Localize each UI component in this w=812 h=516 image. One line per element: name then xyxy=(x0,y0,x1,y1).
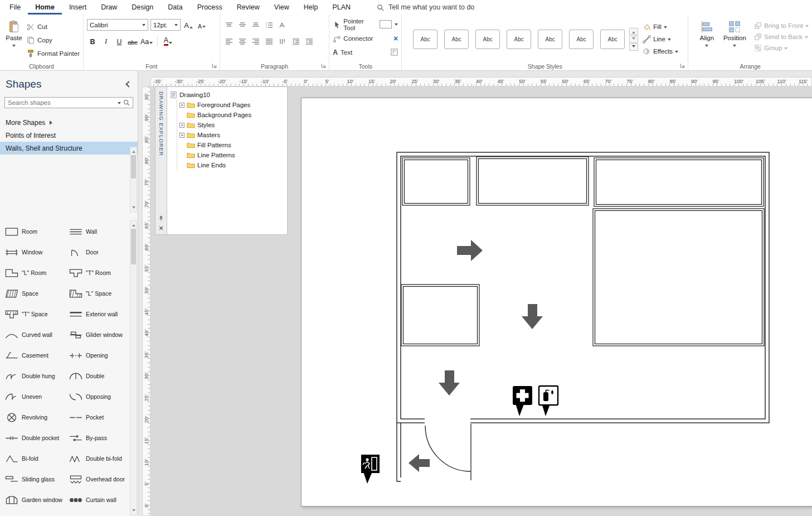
shape-style-7[interactable]: Abc xyxy=(600,30,625,49)
tab-data[interactable]: Data xyxy=(161,0,189,15)
shape-by-pass[interactable]: By-pass xyxy=(65,428,129,449)
tree-node-background-pages[interactable]: +Background Pages xyxy=(178,110,286,120)
tab-review[interactable]: Review xyxy=(230,0,267,15)
decrease-indent-button[interactable] xyxy=(290,36,302,47)
shape-t-space[interactable]: "T" Space xyxy=(1,304,65,325)
rectangle-tool-dropdown[interactable] xyxy=(380,20,392,28)
format-painter-button[interactable]: Format Painter xyxy=(27,48,80,59)
tree-node-line-ends[interactable]: +Line Ends xyxy=(178,160,286,170)
align-middle-button[interactable] xyxy=(237,20,249,31)
scroll-up-button[interactable] xyxy=(130,147,137,155)
shape-revolving[interactable]: Revolving xyxy=(1,407,65,428)
expand-icon[interactable]: + xyxy=(179,123,184,128)
tab-insert[interactable]: Insert xyxy=(62,0,94,15)
close-icon[interactable]: ✕ xyxy=(158,225,163,231)
align-button[interactable]: Align xyxy=(694,17,719,61)
room-right[interactable] xyxy=(593,209,764,346)
shape-style-6[interactable]: Abc xyxy=(569,30,594,49)
arrow-left[interactable] xyxy=(409,454,430,472)
shape-room[interactable]: Room xyxy=(1,221,65,242)
scroll-up-button[interactable] xyxy=(130,221,137,228)
justify-button[interactable] xyxy=(264,36,275,47)
shape-opposing[interactable]: Opposing xyxy=(65,387,129,407)
text-block-icon[interactable] xyxy=(391,49,398,56)
arrow-down-1[interactable] xyxy=(522,304,543,329)
tree-node-foreground-pages[interactable]: +Foreground Pages xyxy=(178,100,286,110)
tab-draw[interactable]: Draw xyxy=(94,0,124,15)
shape-l-space[interactable]: "L" Space xyxy=(65,283,129,304)
shape-uneven[interactable]: Uneven xyxy=(1,387,65,407)
align-right-button[interactable] xyxy=(250,36,262,47)
align-top-button[interactable] xyxy=(223,20,235,31)
expand-icon[interactable]: + xyxy=(179,133,184,138)
strikethrough-button[interactable]: abc xyxy=(127,35,138,47)
bullets-button[interactable] xyxy=(264,20,275,31)
tree-node-drawing10[interactable]: Drawing10 xyxy=(168,90,286,100)
search-options-caret-icon[interactable] xyxy=(118,102,121,106)
arrow-down-2[interactable] xyxy=(439,370,460,396)
scrollbar-thumb[interactable] xyxy=(131,229,136,264)
shape-garden-window[interactable]: Garden window xyxy=(1,490,65,510)
stencil-points-of-interest[interactable]: Points of Interest xyxy=(0,129,138,142)
pointer-tool-button[interactable]: Pointer Tool xyxy=(343,18,374,31)
tab-process[interactable]: Process xyxy=(190,0,230,15)
change-case-button[interactable]: Aa xyxy=(140,35,153,47)
tab-view[interactable]: View xyxy=(267,0,296,15)
fill-button[interactable]: Fill xyxy=(643,22,678,32)
position-button[interactable]: Position xyxy=(722,17,747,61)
tab-design[interactable]: Design xyxy=(124,0,161,15)
font-family-select[interactable]: Calibri xyxy=(87,19,148,31)
tab-file[interactable]: File xyxy=(2,0,28,15)
tab-home[interactable]: Home xyxy=(28,0,62,15)
underline-button[interactable]: U xyxy=(114,35,125,47)
scrollbar-thumb[interactable] xyxy=(131,155,136,179)
scroll-down-button[interactable] xyxy=(130,508,137,515)
connector-tool-button[interactable]: Connector xyxy=(343,35,373,42)
send-to-back-button[interactable]: Send to Back xyxy=(754,33,809,41)
line-button[interactable]: Line xyxy=(643,34,678,44)
entry-wall[interactable] xyxy=(397,423,401,481)
paste-button[interactable]: Paste xyxy=(3,17,25,61)
effects-button[interactable]: Effects xyxy=(643,46,678,56)
pin-icon[interactable] xyxy=(158,215,164,221)
align-bottom-button[interactable] xyxy=(250,20,262,31)
text-tool-button[interactable]: Text xyxy=(341,49,352,56)
shape-curved-wall[interactable]: Curved wall xyxy=(1,325,65,345)
shape-double-pocket[interactable]: Double pocket xyxy=(1,428,65,449)
shape-t-room[interactable]: "T" Room xyxy=(65,263,129,283)
tell-me-button[interactable]: Tell me what you want to do xyxy=(377,0,474,15)
more-shapes-button[interactable]: More Shapes xyxy=(0,116,138,129)
arrow-right[interactable] xyxy=(457,240,483,261)
shape-style-1[interactable]: Abc xyxy=(413,30,437,49)
gallery-scroll-down-button[interactable] xyxy=(629,36,638,43)
font-color-button[interactable]: A xyxy=(162,35,173,47)
copy-button[interactable]: Copy xyxy=(27,35,80,45)
shape-styles-dialog-launcher[interactable] xyxy=(679,62,686,69)
align-left-button[interactable] xyxy=(223,36,235,47)
fire-extinguisher-symbol[interactable] xyxy=(539,386,558,416)
shape-sliding-glass[interactable]: Sliding glass xyxy=(1,469,65,490)
stencil-walls-shell-and-structure[interactable]: Walls, Shell and Structure xyxy=(0,142,138,155)
stencil-scrollbar[interactable] xyxy=(130,147,137,213)
shape-casement[interactable]: Casement xyxy=(1,345,65,366)
shape-double-bi-fold[interactable]: Double bi-fold xyxy=(65,449,129,469)
room-top-left[interactable] xyxy=(402,158,470,205)
canvas[interactable]: DRAWING EXPLORER ✕ Drawing10+Foreground … xyxy=(150,86,812,516)
shape-pocket[interactable]: Pocket xyxy=(65,407,129,428)
shape-door[interactable]: Door xyxy=(65,242,129,263)
shape-wall[interactable]: Wall xyxy=(65,221,129,242)
shape-glider-window[interactable]: Glider window xyxy=(65,325,129,345)
tree-node-masters[interactable]: +Masters xyxy=(178,130,286,140)
font-dialog-launcher[interactable] xyxy=(211,62,218,69)
shape-l-room[interactable]: "L" Room xyxy=(1,263,65,283)
shape-curtain-wall[interactable]: Curtain wall xyxy=(65,490,129,510)
gallery-more-button[interactable] xyxy=(629,44,638,51)
increase-indent-button[interactable] xyxy=(304,36,315,47)
bring-to-front-button[interactable]: Bring to Front xyxy=(754,22,809,30)
collapse-panel-icon[interactable] xyxy=(125,81,132,87)
paragraph-dialog-launcher[interactable] xyxy=(320,62,327,69)
cut-button[interactable]: Cut xyxy=(27,21,80,32)
tree-node-fill-patterns[interactable]: +Fill Patterns xyxy=(178,140,286,150)
shape-window[interactable]: Window xyxy=(1,242,65,263)
delete-connector-icon[interactable]: × xyxy=(393,34,398,43)
